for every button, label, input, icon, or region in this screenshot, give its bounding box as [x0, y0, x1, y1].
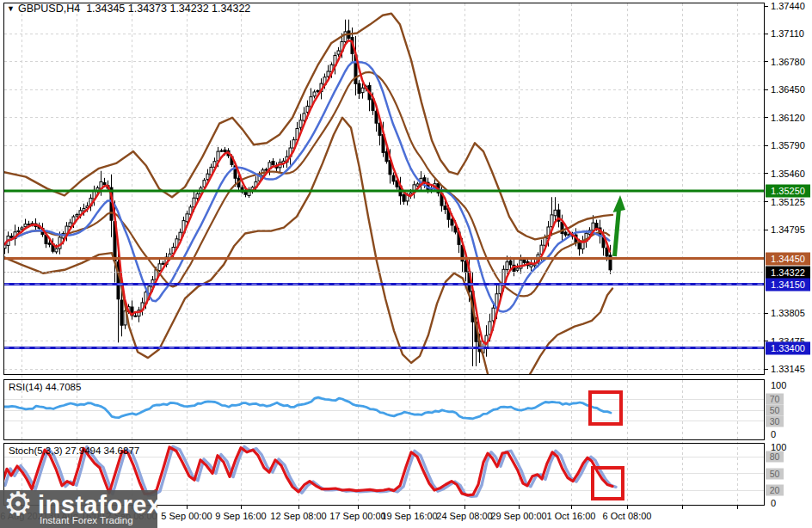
rsi-axis-label: 0	[771, 429, 776, 439]
price-axis-label: 1.36450	[771, 84, 805, 95]
rsi-level-badge: 30	[766, 415, 784, 427]
time-axis-label: 19 Sep 16:00	[381, 511, 437, 521]
time-axis-label: 29 Sep 00:00	[490, 511, 546, 521]
time-axis-label: 1 Oct 16:00	[547, 511, 596, 521]
symbol-timeframe-label: GBPUSD,H4	[18, 3, 80, 15]
instaforex-watermark: ⚙ instaforex Instant Forex Trading	[0, 490, 157, 528]
time-axis-label: 17 Sep 00:00	[329, 511, 385, 521]
price-level-badge: 1.33400	[766, 341, 810, 354]
price-level-badge: 1.34450	[766, 252, 810, 265]
price-axis-label: 1.33805	[771, 308, 805, 318]
time-axis-label: 12 Sep 08:00	[270, 511, 326, 521]
chevron-down-icon[interactable]: ▼	[7, 4, 15, 13]
price-level-badge: 1.34150	[766, 278, 810, 291]
stoch-level-badge: 20	[766, 485, 784, 496]
rsi-axis-label: 100	[771, 380, 786, 390]
mt4-chart-window: ▼GBPUSD,H4 1.34345 1.34373 1.34232 1.343…	[0, 0, 812, 528]
stoch-axis-label: 0	[771, 498, 776, 508]
rsi-line	[2, 397, 611, 419]
trend-arrow[interactable]	[613, 195, 626, 256]
time-axis-label: 5 Sep 00:00	[161, 511, 212, 521]
stoch-level-badge: 50	[766, 468, 784, 479]
price-level-badge: 1.35250	[766, 185, 810, 198]
price-axis-label: 1.35790	[771, 140, 805, 150]
stoch-level-badge: 80	[766, 451, 784, 463]
ohlc-values: 1.34345 1.34373 1.34232 1.34322	[86, 3, 250, 15]
price-axis-label: 1.33145	[771, 364, 805, 374]
price-axis-label: 1.36780	[771, 57, 805, 67]
price-axis-label: 1.35460	[771, 169, 805, 179]
time-axis-label: 24 Sep 08:00	[436, 511, 492, 521]
instaforex-gear-icon: ⚙	[3, 490, 33, 523]
price-axis-label: 1.37110	[771, 28, 804, 39]
chart-title-bar: ▼GBPUSD,H4 1.34345 1.34373 1.34232 1.343…	[7, 3, 250, 15]
price-level-badge: 1.34322	[766, 266, 810, 279]
time-axis-label: 6 Oct 08:00	[603, 511, 652, 521]
price-axis-label: 1.35125	[771, 197, 805, 207]
price-axis-label: 1.36120	[771, 113, 805, 123]
candles-layer[interactable]	[3, 20, 612, 366]
time-axis-label: 9 Sep 16:00	[215, 511, 266, 521]
rsi-indicator-label: RSI(14) 44.7085	[9, 382, 81, 392]
stoch-indicator-label: Stoch(5,3,3) 27.9494 34.6877	[9, 445, 139, 456]
bollinger-bands-layer	[2, 14, 612, 400]
rsi-level-badge: 70	[766, 394, 784, 405]
price-axis-label: 1.37440	[771, 1, 805, 11]
watermark-tagline-text: Instant Forex Trading	[40, 515, 133, 525]
rsi-level-badge: 50	[766, 405, 784, 416]
price-axis-label: 1.34795	[771, 224, 805, 235]
